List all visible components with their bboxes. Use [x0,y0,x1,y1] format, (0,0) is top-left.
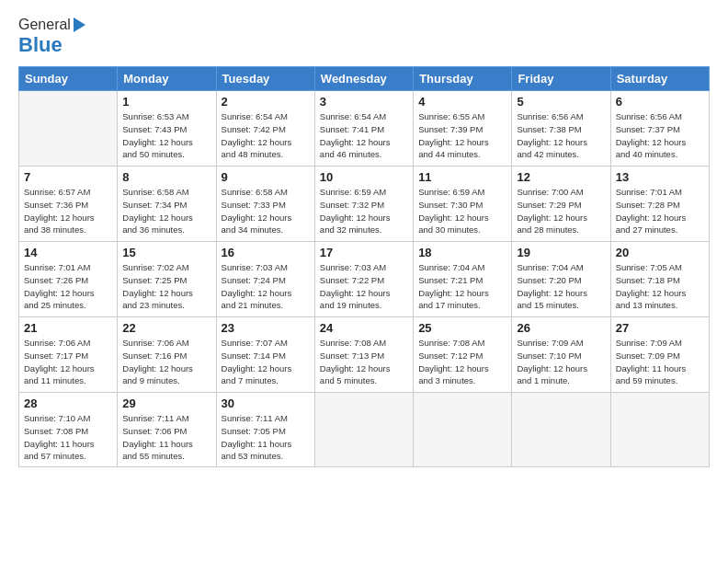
cell-info: Sunrise: 6:54 AM Sunset: 7:42 PM Dayligh… [222,110,310,161]
week-row-5: 28Sunrise: 7:10 AM Sunset: 7:08 PM Dayli… [19,393,710,467]
cell-info: Sunrise: 7:05 AM Sunset: 7:18 PM Dayligh… [616,261,704,312]
calendar-cell: 10Sunrise: 6:59 AM Sunset: 7:32 PM Dayli… [314,167,413,242]
calendar-cell: 5Sunrise: 6:56 AM Sunset: 7:38 PM Daylig… [512,91,610,167]
day-number: 24 [320,321,408,335]
day-number: 13 [616,170,704,184]
cell-info: Sunrise: 6:59 AM Sunset: 7:32 PM Dayligh… [320,186,408,236]
day-number: 9 [222,170,310,184]
weekday-header-friday: Friday [512,67,610,91]
calendar-cell: 13Sunrise: 7:01 AM Sunset: 7:28 PM Dayli… [610,167,709,242]
day-number: 23 [222,321,310,335]
day-number: 21 [24,321,112,335]
day-number: 12 [517,170,605,184]
cell-info: Sunrise: 7:07 AM Sunset: 7:14 PM Dayligh… [222,337,310,387]
cell-info: Sunrise: 7:04 AM Sunset: 7:21 PM Dayligh… [418,261,506,312]
weekday-header-thursday: Thursday [414,67,512,91]
week-row-4: 21Sunrise: 7:06 AM Sunset: 7:17 PM Dayli… [19,317,710,393]
calendar-cell: 4Sunrise: 6:55 AM Sunset: 7:39 PM Daylig… [414,91,512,167]
day-number: 14 [24,246,112,259]
cell-info: Sunrise: 7:11 AM Sunset: 7:05 PM Dayligh… [222,412,310,463]
week-row-1: 1Sunrise: 6:53 AM Sunset: 7:43 PM Daylig… [19,91,710,167]
calendar-cell [414,393,512,467]
weekday-header-sunday: Sunday [19,67,118,91]
day-number: 29 [122,396,210,410]
day-number: 6 [616,95,704,109]
cell-info: Sunrise: 6:56 AM Sunset: 7:37 PM Dayligh… [616,110,704,161]
calendar-cell: 14Sunrise: 7:01 AM Sunset: 7:26 PM Dayli… [19,242,118,317]
weekday-header-row: SundayMondayTuesdayWednesdayThursdayFrid… [19,67,710,91]
calendar-cell: 17Sunrise: 7:03 AM Sunset: 7:22 PM Dayli… [314,242,413,317]
calendar-cell: 15Sunrise: 7:02 AM Sunset: 7:25 PM Dayli… [118,242,216,317]
logo-blue-text: Blue [18,33,63,56]
day-number: 30 [222,396,310,410]
day-number: 26 [517,321,605,335]
calendar-cell: 20Sunrise: 7:05 AM Sunset: 7:18 PM Dayli… [610,242,709,317]
day-number: 28 [24,396,112,410]
calendar-cell: 21Sunrise: 7:06 AM Sunset: 7:17 PM Dayli… [19,317,118,393]
cell-info: Sunrise: 7:04 AM Sunset: 7:20 PM Dayligh… [517,261,605,312]
calendar-cell: 11Sunrise: 6:59 AM Sunset: 7:30 PM Dayli… [414,167,512,242]
weekday-header-monday: Monday [118,67,216,91]
calendar-cell: 18Sunrise: 7:04 AM Sunset: 7:21 PM Dayli… [414,242,512,317]
calendar-cell: 6Sunrise: 6:56 AM Sunset: 7:37 PM Daylig… [610,91,709,167]
calendar-cell: 30Sunrise: 7:11 AM Sunset: 7:05 PM Dayli… [216,393,314,467]
calendar-table: SundayMondayTuesdayWednesdayThursdayFrid… [18,66,710,467]
cell-info: Sunrise: 7:08 AM Sunset: 7:12 PM Dayligh… [418,337,506,387]
cell-info: Sunrise: 7:06 AM Sunset: 7:17 PM Dayligh… [24,337,112,387]
calendar-cell: 28Sunrise: 7:10 AM Sunset: 7:08 PM Dayli… [19,393,118,467]
calendar-cell: 27Sunrise: 7:09 AM Sunset: 7:09 PM Dayli… [610,317,709,393]
calendar-cell [314,393,413,467]
cell-info: Sunrise: 6:59 AM Sunset: 7:30 PM Dayligh… [418,186,506,236]
calendar-cell: 29Sunrise: 7:11 AM Sunset: 7:06 PM Dayli… [118,393,216,467]
cell-info: Sunrise: 7:09 AM Sunset: 7:09 PM Dayligh… [616,337,704,387]
calendar-cell: 3Sunrise: 6:54 AM Sunset: 7:41 PM Daylig… [314,91,413,167]
cell-info: Sunrise: 6:55 AM Sunset: 7:39 PM Dayligh… [418,110,506,161]
calendar-cell: 8Sunrise: 6:58 AM Sunset: 7:34 PM Daylig… [118,167,216,242]
cell-info: Sunrise: 6:54 AM Sunset: 7:41 PM Dayligh… [320,110,408,161]
cell-info: Sunrise: 7:01 AM Sunset: 7:26 PM Dayligh… [24,261,112,312]
day-number: 25 [418,321,506,335]
calendar-cell: 26Sunrise: 7:09 AM Sunset: 7:10 PM Dayli… [512,317,610,393]
cell-info: Sunrise: 7:03 AM Sunset: 7:24 PM Dayligh… [222,261,310,312]
weekday-header-saturday: Saturday [610,67,709,91]
week-row-2: 7Sunrise: 6:57 AM Sunset: 7:36 PM Daylig… [19,167,710,242]
day-number: 3 [320,95,408,109]
calendar-cell: 9Sunrise: 6:58 AM Sunset: 7:33 PM Daylig… [216,167,314,242]
cell-info: Sunrise: 7:09 AM Sunset: 7:10 PM Dayligh… [517,337,605,387]
day-number: 10 [320,170,408,184]
day-number: 11 [418,170,506,184]
day-number: 20 [616,246,704,259]
cell-info: Sunrise: 7:03 AM Sunset: 7:22 PM Dayligh… [320,261,408,312]
day-number: 22 [122,321,210,335]
day-number: 7 [24,170,112,184]
calendar-cell: 1Sunrise: 6:53 AM Sunset: 7:43 PM Daylig… [118,91,216,167]
weekday-header-tuesday: Tuesday [216,67,314,91]
day-number: 2 [222,95,310,109]
calendar-cell: 19Sunrise: 7:04 AM Sunset: 7:20 PM Dayli… [512,242,610,317]
cell-info: Sunrise: 7:08 AM Sunset: 7:13 PM Dayligh… [320,337,408,387]
weekday-header-wednesday: Wednesday [314,67,413,91]
calendar-cell [512,393,610,467]
cell-info: Sunrise: 7:06 AM Sunset: 7:16 PM Dayligh… [122,337,210,387]
page-header: General Blue [18,17,710,57]
calendar-cell: 22Sunrise: 7:06 AM Sunset: 7:16 PM Dayli… [118,317,216,393]
logo: General Blue [18,17,85,57]
day-number: 4 [418,95,506,109]
cell-info: Sunrise: 7:10 AM Sunset: 7:08 PM Dayligh… [24,412,112,463]
cell-info: Sunrise: 6:56 AM Sunset: 7:38 PM Dayligh… [517,110,605,161]
day-number: 5 [517,95,605,109]
week-row-3: 14Sunrise: 7:01 AM Sunset: 7:26 PM Dayli… [19,242,710,317]
calendar-cell [19,91,118,167]
cell-info: Sunrise: 7:02 AM Sunset: 7:25 PM Dayligh… [122,261,210,312]
calendar-cell: 7Sunrise: 6:57 AM Sunset: 7:36 PM Daylig… [19,167,118,242]
cell-info: Sunrise: 7:11 AM Sunset: 7:06 PM Dayligh… [122,412,210,463]
cell-info: Sunrise: 6:57 AM Sunset: 7:36 PM Dayligh… [24,186,112,236]
cell-info: Sunrise: 6:53 AM Sunset: 7:43 PM Dayligh… [122,110,210,161]
calendar-cell: 24Sunrise: 7:08 AM Sunset: 7:13 PM Dayli… [314,317,413,393]
day-number: 15 [122,246,210,259]
calendar-cell: 25Sunrise: 7:08 AM Sunset: 7:12 PM Dayli… [414,317,512,393]
day-number: 27 [616,321,704,335]
day-number: 8 [122,170,210,184]
logo-arrow-icon [74,17,85,32]
calendar-cell: 23Sunrise: 7:07 AM Sunset: 7:14 PM Dayli… [216,317,314,393]
